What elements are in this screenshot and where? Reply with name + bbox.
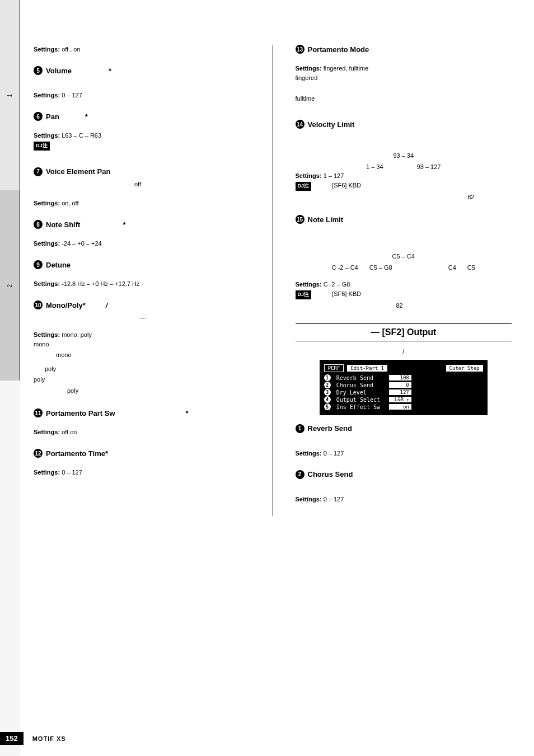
star-icon: * [186, 409, 189, 417]
left-column: Settings: off , on 5 Volume * Settings: … [34, 45, 250, 516]
note-icon: DJ注 [34, 142, 50, 151]
settings-label: Settings: [34, 280, 60, 287]
title-chorussend: Chorus Send [308, 470, 353, 478]
title-volume: Volume [46, 67, 72, 75]
side-tab-1-label: 1 [7, 93, 13, 97]
page-body: Settings: off , on 5 Volume * Settings: … [34, 45, 512, 516]
poly-1: poly [45, 364, 250, 374]
settings-label: Settings: [296, 65, 322, 72]
settings-value: off , on [62, 46, 80, 53]
badge-8: 8 [34, 220, 43, 229]
settings-label: Settings: [296, 450, 322, 457]
lcd-row-5: 5 Ins Effect Sw on [336, 403, 483, 411]
param-portamento-mode: 13 Portamento Mode Settings: fingered, f… [296, 45, 512, 103]
dash: — [34, 313, 146, 322]
note-kbd: [SF6] KBD [332, 290, 361, 297]
vel-line1: 93 – 34 [296, 151, 512, 161]
note-pg-82b: 82 [396, 301, 512, 311]
lcd-tab-editpart: Edit-Part 1 [347, 365, 387, 372]
lcd-row-4: 4 Output Select L&R [336, 396, 483, 403]
slash: / [106, 301, 108, 309]
title-porttime: Portamento Time* [46, 449, 108, 458]
section-sub: / [296, 347, 512, 356]
vep-off: off [134, 180, 250, 189]
settings-label: Settings: [34, 469, 60, 476]
side-tab-2[interactable]: 2 [0, 190, 20, 381]
param-velocity-limit: 14 Velocity Limit 93 – 34 1 – 34 93 – 12… [296, 120, 512, 201]
title-pan: Pan [46, 112, 59, 121]
lcd-badge-1: 1 [324, 374, 331, 381]
settings-value: -24 – +0 – +24 [62, 240, 102, 247]
lcd-label-reverb: Reverb Send [336, 375, 387, 381]
settings-value: mono, poly [62, 331, 92, 338]
settings-label: Settings: [34, 429, 60, 435]
mono-2: mono [56, 350, 250, 360]
nl-line2d: C5 [467, 263, 475, 273]
lcd-val-outsel: L&R [389, 397, 411, 402]
star-icon: * [123, 220, 125, 229]
badge-7: 7 [34, 167, 43, 176]
side-tab-1[interactable]: 1 [0, 0, 20, 190]
mono-1: mono [34, 340, 250, 349]
settings-label: Settings: [296, 172, 322, 179]
lcd-label-chorus: Chorus Send [336, 382, 387, 388]
badge-12: 12 [34, 449, 43, 458]
settings-value: on, off [62, 200, 78, 206]
side-tabs: 1 2 [0, 0, 20, 756]
fulltime: fulltime [296, 94, 512, 104]
param-note-limit: 15 Note Limit C5 – C4 C -2 – C4 C5 – G8 … [296, 215, 512, 310]
param-portamento-time: 12 Portamento Time* Settings: 0 – 127 [34, 449, 250, 476]
lcd-label-outsel: Output Select [336, 397, 387, 403]
side-tab-2-label: 2 [7, 284, 13, 288]
settings-value: C -2 – G8 [324, 281, 350, 288]
settings-value: -12.8 Hz – +0 Hz – +12.7 Hz [62, 280, 139, 287]
page-footer: 152 MOTIF XS [0, 732, 66, 745]
vel-line2a: 1 – 34 [366, 162, 383, 172]
title-portpartsw: Portamento Part Sw [46, 409, 115, 417]
vel-line2b: 93 – 127 [417, 162, 441, 172]
title-detune: Detune [46, 261, 71, 269]
lcd-val-chorus: 0 [389, 382, 411, 388]
settings-label: Settings: [34, 331, 60, 338]
settings-value: off on [62, 429, 77, 435]
title-vellimit: Velocity Limit [308, 120, 355, 129]
badge-9: 9 [34, 260, 43, 269]
settings-value: 0 – 127 [62, 469, 82, 476]
section-output-heading: — [SF2] Output [296, 323, 512, 341]
param-monopoly: 10 Mono/Poly* / — Settings: mono, poly m… [34, 300, 250, 395]
badge-13: 13 [296, 45, 305, 54]
nl-line2a: C -2 – C4 [332, 263, 358, 273]
settings-value: fingered, fulltime [324, 65, 369, 72]
settings-label: Settings: [34, 132, 60, 139]
param-detune: 9 Detune Settings: -12.8 Hz – +0 Hz – +1… [34, 260, 250, 287]
star-icon: * [85, 112, 88, 121]
param-offon: Settings: off , on [34, 46, 250, 53]
lcd-badge-2: 2 [324, 382, 331, 388]
lcd-screenshot: PERF Edit-Part 1 Cuter Step 1 Reverb Sen… [320, 360, 488, 415]
settings-label: Settings: [34, 92, 60, 98]
page-number: 152 [0, 732, 24, 745]
fingered: fingered [296, 73, 512, 83]
settings-value: 0 – 127 [324, 450, 344, 457]
nl-line1: C5 – C4 [296, 252, 512, 261]
lcd-badge-5: 5 [324, 403, 331, 410]
title-notelimit: Note Limit [308, 215, 344, 224]
settings-label: Settings: [296, 281, 322, 288]
star-icon: * [109, 67, 111, 75]
settings-label: Settings: [34, 46, 60, 53]
lcd-tab-cuterstep: Cuter Step [446, 365, 483, 372]
settings-value: 0 – 127 [324, 496, 344, 503]
title-reverbsend: Reverb Send [308, 424, 352, 433]
lcd-row-2: 2 Chorus Send 0 [336, 382, 483, 389]
note-icon: DJ注 [296, 182, 312, 191]
param-volume: 5 Volume * Settings: 0 – 127 [34, 66, 250, 98]
note-icon: DJ注 [296, 290, 312, 299]
poly-3: poly [67, 386, 250, 396]
lcd-val-dry: 127 [389, 389, 411, 395]
settings-label: Settings: [34, 240, 60, 247]
lcd-badge-3: 3 [324, 389, 331, 396]
lcd-label-insfx: Ins Effect Sw [336, 404, 387, 410]
param-voice-element-pan: 7 Voice Element Pan off Settings: on, of… [34, 167, 250, 207]
param-pan: 6 Pan * Settings: L63 – C – R63 DJ注 [34, 112, 250, 151]
column-divider [273, 45, 273, 516]
